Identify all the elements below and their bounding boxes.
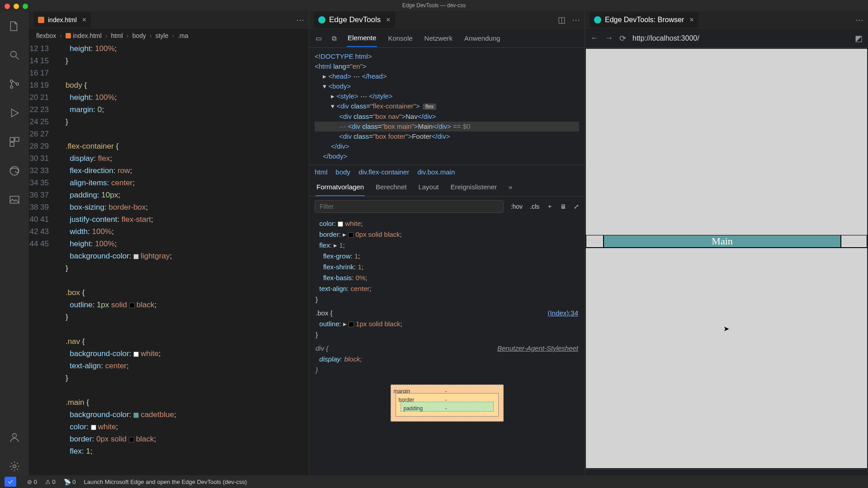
add-rule-icon[interactable]: ＋ <box>547 202 553 211</box>
more-tabs-icon[interactable]: » <box>508 178 513 196</box>
status-hint[interactable]: Launch Microsoft Edge and open the Edge … <box>84 479 247 485</box>
more-actions-icon[interactable]: ⋯ <box>855 15 863 25</box>
tab-edge-browser[interactable]: Edge DevTools: Browser × <box>590 12 698 28</box>
svg-point-0 <box>10 51 16 57</box>
devtools-tabbar: Edge DevTools × ◫ ⋯ <box>309 11 585 29</box>
cls-toggle[interactable]: .cls <box>530 203 539 210</box>
code-editor[interactable]: 12 13 14 15 16 17 18 19 20 21 22 23 24 2… <box>29 42 309 488</box>
tab-berechnet[interactable]: Berechnet <box>375 178 407 196</box>
dom-selected-node[interactable]: ⋯ <div class="box main">Main</div> == $0 <box>315 122 579 131</box>
rule-source-link[interactable]: (Index):34 <box>547 308 578 319</box>
crumb-body[interactable]: body <box>132 32 146 39</box>
back-icon[interactable]: ← <box>590 33 599 43</box>
device-icon[interactable]: 🖥 <box>560 203 566 210</box>
styles-filter-row: :hov .cls ＋ 🖥 ⤢ <box>309 197 585 216</box>
styles-panel[interactable]: color: white; border: ▸ 0px solid black;… <box>309 216 585 488</box>
source-control-icon[interactable] <box>7 77 22 91</box>
svg-point-2 <box>10 86 13 88</box>
hov-toggle[interactable]: :hov <box>511 203 523 210</box>
browser-tabbar: Edge DevTools: Browser × ⋯ <box>585 11 868 29</box>
activity-bar <box>0 11 29 488</box>
status-bar: ⊘ 0 ⚠ 0 📡 0 Launch Microsoft Edge and op… <box>0 475 868 488</box>
status-warnings[interactable]: ⚠ 0 <box>45 479 56 485</box>
more-actions-icon[interactable]: ⋯ <box>296 15 304 25</box>
url-input[interactable]: http://localhost:3000/ <box>632 34 849 42</box>
more-actions-icon[interactable]: ⋯ <box>572 15 580 25</box>
devtools-pane: Edge DevTools × ◫ ⋯ ▭ ⧉ Elemente Konsole… <box>309 11 585 488</box>
edge-tools-icon[interactable] <box>7 164 22 178</box>
editor-tabbar: index.html × ⋯ <box>29 11 309 29</box>
launch-button[interactable] <box>5 477 16 487</box>
image-icon[interactable] <box>7 192 22 207</box>
inspect-icon[interactable]: ◩ <box>855 33 863 43</box>
close-icon[interactable]: × <box>689 16 693 24</box>
tab-konsole[interactable]: Konsole <box>387 30 413 47</box>
breadcrumb[interactable]: flexbox› index.html› html› body› style› … <box>29 29 309 42</box>
close-window[interactable] <box>5 4 10 9</box>
styles-tabs: Formatvorlagen Berechnet Layout Ereignis… <box>309 178 585 197</box>
close-icon[interactable]: × <box>386 16 390 24</box>
box-model-diagram[interactable]: margin- border- padding- <box>391 385 504 422</box>
tab-elemente[interactable]: Elemente <box>347 29 377 47</box>
account-icon[interactable] <box>7 430 22 445</box>
reload-icon[interactable]: ⟳ <box>619 33 626 43</box>
tab-netzwerk[interactable]: Netzwerk <box>424 30 454 47</box>
tab-index-html[interactable]: index.html × <box>33 12 91 28</box>
preview-main: Main <box>604 235 840 248</box>
crumb-folder[interactable]: flexbox <box>36 32 56 39</box>
svg-point-3 <box>16 83 19 85</box>
split-editor-icon[interactable]: ◫ <box>558 15 566 25</box>
maximize-window[interactable] <box>23 4 28 9</box>
browser-pane: Edge DevTools: Browser × ⋯ ← → ⟳ http://… <box>585 11 868 488</box>
search-icon[interactable] <box>7 48 22 62</box>
preview-footer: Footer <box>841 235 867 248</box>
edge-icon <box>594 16 601 23</box>
rendered-page: Nav Main Footer <box>586 235 867 248</box>
device-icon[interactable]: ⧉ <box>332 34 337 42</box>
devtools-toolbar: ▭ ⧉ Elemente Konsole Netzwerk Anwendung <box>309 29 585 48</box>
tab-title: index.html <box>48 16 77 23</box>
browser-toolbar: ← → ⟳ http://localhost:3000/ ◩ <box>585 29 868 48</box>
status-errors[interactable]: ⊘ 0 <box>27 479 37 485</box>
svg-point-1 <box>10 80 13 82</box>
minimize-window[interactable] <box>14 4 19 9</box>
svg-point-9 <box>13 433 17 437</box>
preview-nav: Nav <box>586 235 604 248</box>
svg-rect-4 <box>10 137 14 141</box>
browser-viewport[interactable]: Nav Main Footer ➤ <box>586 49 867 468</box>
window-title: Edge DevTools — dev-css <box>0 0 868 11</box>
close-icon[interactable]: × <box>82 16 86 24</box>
status-ports[interactable]: 📡 0 <box>64 479 76 485</box>
svg-rect-5 <box>15 137 19 141</box>
tab-formatvorlagen[interactable]: Formatvorlagen <box>316 178 365 196</box>
edge-icon <box>318 16 326 23</box>
svg-rect-8 <box>10 196 19 203</box>
dom-breadcrumb[interactable]: html body div.flex-container div.box.mai… <box>309 165 585 178</box>
settings-icon[interactable] <box>7 459 22 474</box>
expand-pane-icon[interactable]: ⤢ <box>574 203 579 210</box>
extensions-icon[interactable] <box>7 135 22 149</box>
crumb-html[interactable]: html <box>111 32 123 39</box>
editor-pane: index.html × ⋯ flexbox› index.html› html… <box>29 11 309 488</box>
explorer-icon[interactable] <box>7 19 22 33</box>
tab-edge-devtools[interactable]: Edge DevTools × <box>314 12 395 28</box>
tab-anwendung[interactable]: Anwendung <box>463 30 501 47</box>
styles-filter-input[interactable] <box>315 200 504 213</box>
html-file-icon <box>38 17 44 23</box>
dom-tree[interactable]: <!DOCTYPE html> <html lang="en"> ▸ <head… <box>309 48 585 165</box>
inspect-icon[interactable]: ▭ <box>316 34 322 42</box>
tab-ereignislistener[interactable]: Ereignislistener <box>449 178 498 196</box>
run-debug-icon[interactable] <box>7 106 22 120</box>
tab-layout[interactable]: Layout <box>417 178 439 196</box>
crumb-style[interactable]: style <box>156 32 169 39</box>
mouse-cursor-icon: ➤ <box>723 324 729 333</box>
crumb-file[interactable]: index.html <box>66 32 102 39</box>
crumb-selector[interactable]: .ma <box>178 32 188 39</box>
forward-icon[interactable]: → <box>605 33 613 43</box>
svg-point-10 <box>13 465 16 468</box>
window-controls[interactable] <box>5 4 28 9</box>
svg-rect-6 <box>10 142 14 146</box>
